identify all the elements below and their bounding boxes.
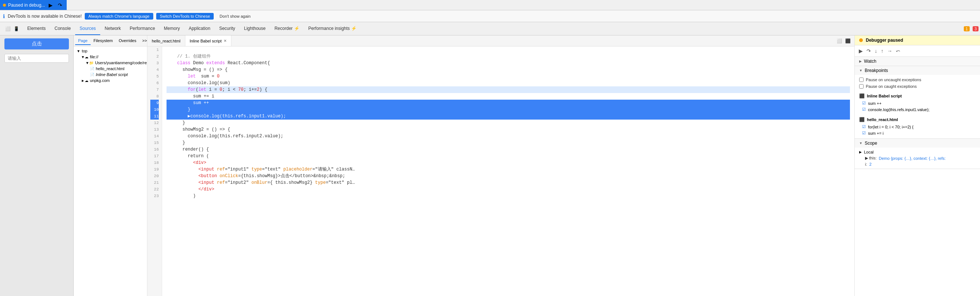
breakpoints-label: Breakpoints	[865, 68, 888, 73]
editor-tab-bar: hello_react.html Inline Babel script ✕ ⬜…	[147, 35, 854, 46]
editor-tab-inline[interactable]: Inline Babel script ✕	[185, 35, 232, 46]
click-button[interactable]: 点击	[5, 38, 69, 50]
cloud-folder-icon: ▼☁	[81, 55, 88, 59]
deactivate-btn[interactable]: ⤺	[895, 47, 902, 55]
tab-overrides[interactable]: Overrides	[116, 37, 139, 45]
scope-header[interactable]: ▼ Scope	[855, 139, 980, 148]
code-line-14: console.log(this.refs.input2.value);	[167, 133, 850, 139]
code-line-22: </div>	[167, 186, 850, 193]
inline-babel-title: ⬛ Inline Babel script	[859, 93, 975, 99]
tab-lighthouse[interactable]: Lighthouse	[239, 22, 270, 35]
scope-this-value: Demo {props: {…}, context: {…}, refs:	[879, 156, 946, 160]
step-btn[interactable]: →	[886, 47, 893, 55]
notification-bar: ℹ DevTools is now available in Chinese! …	[0, 10, 980, 22]
devtools-tab-bar: ⬜ 📱 Elements Console Sources Network Per…	[0, 22, 980, 35]
code-editor-panel: hello_react.html Inline Babel script ✕ ⬜…	[147, 35, 855, 296]
code-line-5: let sum = 0	[167, 73, 850, 80]
scope-local-header[interactable]: ▶ Local	[859, 149, 975, 155]
tree-item-hello-html[interactable]: 📄 hello_react.html	[74, 66, 147, 72]
tab-close-icon[interactable]: ✕	[224, 39, 227, 43]
tab-application[interactable]: Application	[184, 22, 215, 35]
code-line-9: sum ++	[167, 100, 850, 106]
tab-sources[interactable]: Sources	[75, 22, 100, 35]
pause-caught-label: Pause on caught exceptions	[866, 84, 916, 89]
script-icon-1: ⬛	[859, 93, 865, 99]
tree-item-top[interactable]: ▼ top	[74, 48, 147, 54]
scope-arrow-icon: ▼	[859, 141, 862, 145]
tab-console[interactable]: Console	[50, 22, 75, 35]
scope-label: Scope	[865, 141, 877, 146]
format-icon[interactable]: ⬜	[836, 38, 843, 44]
pause-caught-checkbox[interactable]	[859, 84, 864, 89]
expand-icon[interactable]: ⬛	[845, 38, 851, 44]
inline-babel-script-label: Inline Babel script	[867, 94, 902, 98]
tab-recorder[interactable]: Recorder ⚡	[270, 22, 304, 35]
error-badge: 3	[973, 26, 978, 31]
debugger-status-dot	[859, 38, 863, 42]
debug-dot	[3, 4, 6, 6]
file-icon: 📄	[90, 67, 94, 71]
bp-console-label: console.log(this.refs.input1.value);	[868, 107, 929, 112]
device-icon[interactable]: 📱	[13, 26, 20, 32]
bp-sum-i: ☑ sum += i	[859, 130, 975, 136]
code-content: // 1. 创建组件 class Demo extends React.Comp…	[162, 46, 854, 296]
hello-react-title: ⬛ hello_react.html	[859, 117, 975, 122]
tab-elements[interactable]: Elements	[23, 22, 50, 35]
file-icon-2: 📄	[90, 73, 94, 77]
tab-performance[interactable]: Performance	[125, 22, 159, 35]
editor-tab-hello[interactable]: hello_react.html	[147, 35, 185, 46]
code-line-3: class Demo extends React.Component{	[167, 60, 850, 66]
step-into-btn[interactable]: ↓	[873, 47, 878, 55]
inspect-icon[interactable]: ⬜	[5, 26, 11, 32]
code-line-13: showMsg2 = () => {	[167, 126, 850, 133]
sources-left-panel: Page Filesystem Overrides >> ⋮ ▼ top ▼☁ …	[74, 35, 147, 296]
code-line-11: ▶console.log(this.refs.input1.value);	[167, 113, 850, 120]
tree-item-users[interactable]: ▼📁 Users/yuantianmeng/code/react-de…	[74, 60, 147, 66]
tab-memory[interactable]: Memory	[159, 22, 184, 35]
pause-caught-item: Pause on caught exceptions	[859, 83, 975, 90]
breakpoints-header[interactable]: ▼ Breakpoints	[855, 66, 980, 75]
tab-filesystem[interactable]: Filesystem	[91, 37, 116, 45]
scope-content: ▶ Local ▶ this: Demo {props: {…}, contex…	[855, 148, 980, 169]
breakpoints-arrow-icon: ▼	[859, 69, 862, 72]
editor-tab-inline-label: Inline Babel script	[190, 39, 222, 43]
step-over-btn[interactable]: ↷	[56, 2, 64, 9]
switch-chinese-btn[interactable]: Switch DevTools to Chinese	[156, 13, 214, 19]
code-line-15: }	[167, 139, 850, 146]
tree-item-file[interactable]: ▼☁ file://	[74, 54, 147, 60]
code-line-12: }	[167, 120, 850, 126]
editor-tab-hello-label: hello_react.html	[152, 39, 181, 43]
code-line-10: }	[167, 106, 850, 113]
info-icon: ℹ	[3, 13, 5, 19]
code-line-8: sum += i	[167, 93, 850, 100]
code-line-6: console.log(sum)	[167, 80, 850, 86]
resume-btn[interactable]: ▶	[47, 2, 54, 9]
step-over-next-btn[interactable]: ↷	[865, 47, 872, 55]
match-language-btn[interactable]: Always match Chrome's language	[85, 13, 153, 19]
browser-input[interactable]	[5, 54, 69, 63]
watch-section-header[interactable]: ▶ Watch	[855, 57, 980, 66]
bp-check-icon-2: ☑	[862, 107, 866, 112]
line-numbers: 1 2 3 4 5 6 7 8 9 10 11 12 13 14 15 16 1…	[147, 46, 162, 296]
bp-for-label: for(let i = 0; i < 70; i+=2) {	[868, 125, 914, 129]
cloud-folder-collapsed-icon: ►☁	[81, 78, 88, 83]
code-line-7: for(let i = 0; i < 70; i+=2) {	[167, 86, 850, 93]
tree-item-inline-babel[interactable]: 📄 Inline Babel script	[74, 72, 147, 77]
inline-babel-breakpoints: ⬛ Inline Babel script ☑ sum ++ ☑ console…	[855, 91, 980, 115]
tab-performance-insights[interactable]: Performance insights ⚡	[304, 22, 361, 35]
dont-show-btn[interactable]: Don't show again	[216, 13, 253, 19]
bp-sum-label: sum ++	[868, 101, 881, 106]
step-out-btn[interactable]: ↑	[880, 47, 885, 55]
scope-i-item: i: 2	[859, 161, 975, 167]
code-line-2: // 1. 创建组件	[167, 53, 850, 60]
tree-item-unpkg[interactable]: ►☁ unpkg.com	[74, 77, 147, 83]
tab-page[interactable]: Page	[75, 37, 91, 45]
pause-uncaught-checkbox[interactable]	[859, 77, 864, 82]
code-line-18: <div>	[167, 160, 850, 166]
tab-network[interactable]: Network	[100, 22, 125, 35]
scope-section: ▼ Scope ▶ Local ▶ this: Demo {props: {…}…	[855, 139, 980, 169]
tab-security[interactable]: Security	[215, 22, 239, 35]
scope-this-item: ▶ this: Demo {props: {…}, context: {…}, …	[859, 155, 975, 161]
resume-execution-btn[interactable]: ▶	[858, 47, 864, 55]
debugger-toolbar: ▶ ↷ ↓ ↑ → ⤺	[855, 45, 980, 57]
